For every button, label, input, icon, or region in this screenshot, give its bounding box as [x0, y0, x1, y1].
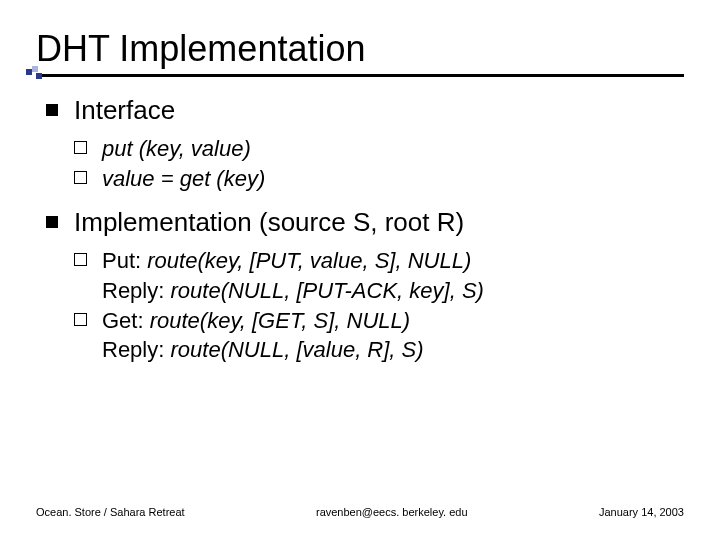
footer: Ocean. Store / Sahara Retreat ravenben@e… — [36, 506, 684, 518]
section-heading: Implementation (source S, root R) — [74, 207, 464, 237]
title-rule — [36, 74, 684, 77]
slide: DHT Implementation Interface put (key, v… — [0, 0, 720, 540]
item-code: route(key, [GET, S], NULL) — [150, 308, 410, 333]
reply-label: Reply: — [102, 337, 170, 362]
list-item: Get: route(key, [GET, S], NULL) — [74, 306, 684, 336]
item-text: (key, value) — [133, 136, 251, 161]
list-item: Put: route(key, [PUT, value, S], NULL) — [74, 246, 684, 276]
reply-label: Reply: — [102, 278, 170, 303]
item-text: = get (key) — [155, 166, 266, 191]
accent-icon — [24, 67, 42, 85]
item-text-italic: put — [102, 136, 133, 161]
bullet-list: Interface put (key, value) value = get (… — [46, 95, 684, 365]
sub-list: put (key, value) value = get (key) — [74, 134, 684, 193]
reply-line: Reply: route(NULL, [value, R], S) — [74, 335, 684, 365]
reply-code: route(NULL, [PUT-ACK, key], S) — [170, 278, 483, 303]
item-label: Put: — [102, 248, 147, 273]
section-heading: Interface — [74, 95, 175, 125]
content-area: Interface put (key, value) value = get (… — [36, 95, 684, 365]
list-item: put (key, value) — [74, 134, 684, 164]
section-implementation: Implementation (source S, root R) Put: r… — [46, 207, 684, 365]
footer-right: January 14, 2003 — [599, 506, 684, 518]
reply-code: route(NULL, [value, R], S) — [170, 337, 423, 362]
item-text-italic: value — [102, 166, 155, 191]
footer-left: Ocean. Store / Sahara Retreat — [36, 506, 185, 518]
list-item: value = get (key) — [74, 164, 684, 194]
sub-list: Put: route(key, [PUT, value, S], NULL) R… — [74, 246, 684, 365]
item-code: route(key, [PUT, value, S], NULL) — [147, 248, 471, 273]
footer-center: ravenben@eecs. berkeley. edu — [316, 506, 468, 518]
slide-title: DHT Implementation — [36, 28, 684, 70]
section-interface: Interface put (key, value) value = get (… — [46, 95, 684, 193]
reply-line: Reply: route(NULL, [PUT-ACK, key], S) — [74, 276, 684, 306]
item-label: Get: — [102, 308, 150, 333]
